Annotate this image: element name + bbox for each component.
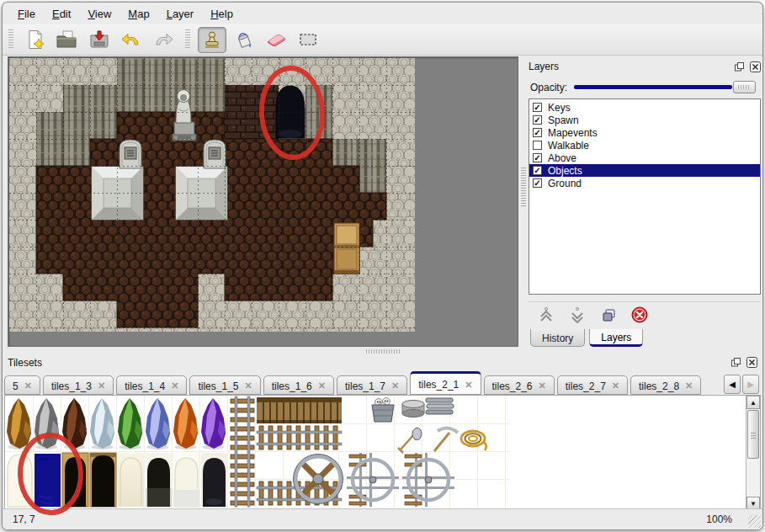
tileset-tab-bar: 5 ✕ tiles_1_3 ✕ tiles_1_4 ✕ tiles_1_5 ✕ … xyxy=(4,370,720,395)
menu-view[interactable]: View xyxy=(79,5,120,23)
layer-row-walkable[interactable]: Walkable xyxy=(529,139,760,152)
layer-checkbox[interactable]: ✓ xyxy=(533,115,542,125)
close-tab-icon[interactable]: ✕ xyxy=(465,380,472,391)
tile-black-arch xyxy=(146,453,172,507)
close-tab-icon[interactable]: ✕ xyxy=(244,380,252,391)
undo-button[interactable] xyxy=(117,27,146,53)
opacity-slider[interactable] xyxy=(574,80,756,94)
stamp-tool-button[interactable] xyxy=(198,27,226,53)
close-icon xyxy=(750,61,761,72)
fill-tool-button[interactable] xyxy=(230,27,258,53)
tile-cream-fade xyxy=(118,453,144,507)
tab-scroll-buttons: ◀ ▶ xyxy=(722,375,759,394)
layer-row-keys[interactable]: ✓ Keys xyxy=(529,101,760,114)
layers-panel: Layers Opacity: xyxy=(529,60,761,349)
layer-checkbox[interactable]: ✓ xyxy=(533,178,542,188)
move-layer-up-button[interactable] xyxy=(535,304,557,326)
layer-label: Above xyxy=(548,152,576,164)
tileset-tab-tiles_1_6[interactable]: tiles_1_6 ✕ xyxy=(263,375,334,395)
close-tab-icon[interactable]: ✕ xyxy=(539,380,546,391)
rect-select-tool-button[interactable] xyxy=(294,27,322,53)
tileset-tab-tiles_2_6[interactable]: tiles_2_6 ✕ xyxy=(484,375,555,395)
redo-button[interactable] xyxy=(149,27,178,53)
tomb-platform-right xyxy=(176,167,227,220)
tab-label: tiles_2_7 xyxy=(566,380,606,392)
float-panel-button[interactable] xyxy=(733,61,745,72)
scrollbar-thumb[interactable] xyxy=(747,410,759,459)
menu-help[interactable]: Help xyxy=(202,5,242,23)
tile-arch-faint xyxy=(8,455,32,507)
tile-cave-dark-blue xyxy=(35,454,61,507)
tab-history[interactable]: History xyxy=(530,329,585,347)
menu-bar: File Edit View Map Layer Help xyxy=(3,3,762,24)
dock-tab-bar: History Layers xyxy=(530,329,647,349)
menu-file[interactable]: File xyxy=(9,5,44,23)
move-up-icon xyxy=(538,306,555,323)
tileset-tab-tiles_1_4[interactable]: tiles_1_4 ✕ xyxy=(116,375,187,395)
close-tab-icon[interactable]: ✕ xyxy=(98,380,105,391)
layer-checkbox[interactable]: ✓ xyxy=(533,128,542,137)
close-tab-icon[interactable]: ✕ xyxy=(612,380,619,391)
layers-panel-title: Layers xyxy=(529,61,559,72)
layer-label: Objects xyxy=(548,165,582,177)
duplicate-icon xyxy=(600,306,617,323)
resize-grip[interactable] xyxy=(748,515,761,528)
tileset-tab-tiles_1_3[interactable]: tiles_1_3 ✕ xyxy=(43,375,114,395)
tileset-tab-tiles_2_8[interactable]: tiles_2_8 ✕ xyxy=(630,375,701,395)
tileset-tab-tiles_1_5[interactable]: tiles_1_5 ✕ xyxy=(189,375,260,395)
duplicate-layer-button[interactable] xyxy=(598,304,619,326)
scroll-up-button[interactable]: ▲ xyxy=(746,396,760,409)
layer-row-objects[interactable]: ✓ Objects xyxy=(529,164,760,177)
vertical-splitter-handle[interactable] xyxy=(521,168,526,206)
layer-checkbox[interactable]: ✓ xyxy=(533,166,542,175)
horizontal-splitter-handle[interactable] xyxy=(366,349,400,354)
tileset-tab-tiles_2_1[interactable]: tiles_2_1 ✕ xyxy=(410,371,481,395)
open-folder-icon xyxy=(56,29,79,50)
gravestone-right xyxy=(204,140,226,168)
toolbar-drag-handle[interactable] xyxy=(8,29,13,50)
tab-label: Layers xyxy=(601,332,631,343)
close-tab-icon[interactable]: ✕ xyxy=(685,380,693,391)
opacity-slider-handle[interactable] xyxy=(733,81,756,93)
delete-icon xyxy=(630,306,649,324)
tab-layers[interactable]: Layers xyxy=(589,329,643,347)
layer-checkbox[interactable] xyxy=(533,141,542,150)
close-panel-button[interactable] xyxy=(746,357,757,368)
close-tab-icon[interactable]: ✕ xyxy=(318,380,326,391)
new-file-button[interactable] xyxy=(21,27,50,53)
open-button[interactable] xyxy=(53,27,82,53)
menu-map[interactable]: Map xyxy=(120,5,157,23)
menu-edit[interactable]: Edit xyxy=(44,5,79,23)
tileset-canvas[interactable] xyxy=(5,396,734,508)
toolbar-drag-handle[interactable] xyxy=(185,29,190,50)
layer-row-above[interactable]: ✓ Above xyxy=(529,152,760,164)
layer-checkbox[interactable]: ✓ xyxy=(533,103,542,112)
close-tab-icon[interactable]: ✕ xyxy=(391,380,399,391)
delete-layer-button[interactable] xyxy=(629,304,651,326)
close-panel-button[interactable] xyxy=(749,61,761,72)
move-layer-down-button[interactable] xyxy=(566,304,588,326)
layer-checkbox[interactable]: ✓ xyxy=(533,153,542,162)
tileset-tab-tiles_2_7[interactable]: tiles_2_7 ✕ xyxy=(557,375,628,395)
layer-row-spawn[interactable]: ✓ Spawn xyxy=(529,114,760,126)
tileset-tab-tiles_1_7[interactable]: tiles_1_7 ✕ xyxy=(337,375,407,395)
menu-layer[interactable]: Layer xyxy=(158,5,203,23)
eraser-tool-button[interactable] xyxy=(262,27,290,53)
save-button[interactable] xyxy=(85,27,114,53)
layer-row-mapevents[interactable]: ✓ Mapevents xyxy=(529,126,760,139)
undo-icon xyxy=(120,29,143,50)
gravestone-left xyxy=(120,140,141,168)
map-canvas[interactable] xyxy=(9,58,415,332)
tile-black-arch-2 xyxy=(201,453,227,507)
close-tab-icon[interactable]: ✕ xyxy=(171,380,178,391)
tileset-tab-5[interactable]: 5 ✕ xyxy=(4,375,40,395)
toolbar xyxy=(3,24,762,56)
float-panel-button[interactable] xyxy=(730,357,741,368)
close-tab-icon[interactable]: ✕ xyxy=(24,380,32,391)
scroll-tabs-left-button[interactable]: ◀ xyxy=(724,375,741,394)
map-viewport xyxy=(8,56,518,347)
tab-label: tiles_2_6 xyxy=(492,380,533,392)
scroll-tabs-right-button[interactable]: ▶ xyxy=(742,375,759,394)
tileset-scrollbar[interactable]: ▲ ▼ xyxy=(746,396,760,510)
layer-row-ground[interactable]: ✓ Ground xyxy=(529,177,760,189)
